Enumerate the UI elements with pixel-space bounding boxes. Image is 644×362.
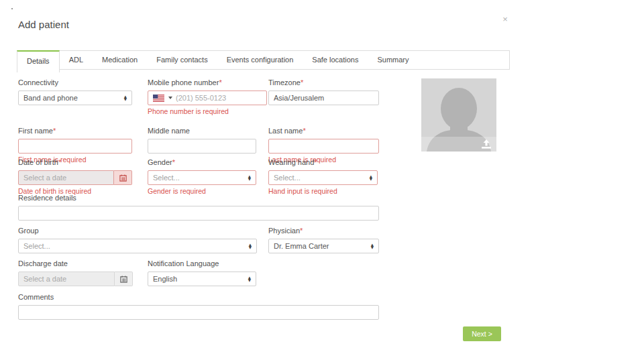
field-middle-name: Middle name <box>148 127 256 154</box>
first-name-input[interactable] <box>18 139 132 154</box>
tab-medication[interactable]: Medication <box>93 51 147 69</box>
stray-dot <box>11 8 13 9</box>
page-title: Add patient <box>18 19 69 30</box>
required-asterisk: * <box>172 158 175 166</box>
field-residence-details: Residence details <box>18 194 379 221</box>
flag-caret-icon[interactable] <box>168 97 172 99</box>
field-timezone: Timezone* <box>268 78 379 105</box>
mobile-phone-error: Phone number is required <box>148 108 267 115</box>
required-asterisk: * <box>301 78 303 86</box>
group-label: Group <box>18 227 39 235</box>
connectivity-select[interactable]: Band and phone ▲▼ <box>18 90 132 105</box>
field-connectivity: Connectivity Band and phone ▲▼ <box>18 78 132 105</box>
discharge-date-label: Discharge date <box>18 259 68 267</box>
select-arrows-icon: ▲▼ <box>370 175 372 181</box>
notification-language-value: English <box>153 275 177 283</box>
timezone-input[interactable] <box>268 90 379 105</box>
required-asterisk: * <box>58 158 61 166</box>
required-asterisk: * <box>314 158 317 166</box>
date-of-birth-calendar-button[interactable] <box>114 170 132 185</box>
field-physician: Physician* Dr. Emma Carter ▲▼ <box>268 227 379 253</box>
field-gender: Gender* Select... ▲▼ Gender is required <box>148 158 256 195</box>
field-wearing-hand: Wearing hand* Select... ▲▼ Hand input is… <box>268 158 378 195</box>
calendar-icon <box>120 276 127 283</box>
discharge-date-input[interactable] <box>18 272 115 286</box>
close-icon[interactable]: × <box>499 13 511 25</box>
required-asterisk: * <box>219 78 221 86</box>
date-of-birth-label: Date of birth <box>18 158 58 166</box>
tab-adl[interactable]: ADL <box>60 51 93 69</box>
connectivity-label: Connectivity <box>18 78 58 86</box>
wearing-hand-label: Wearing hand <box>268 158 314 166</box>
field-notification-language: Notification Language English ▲▼ <box>148 259 256 286</box>
tab-summary[interactable]: Summary <box>368 51 418 69</box>
select-arrows-icon: ▲▼ <box>124 95 127 101</box>
patient-photo-upload[interactable] <box>421 78 496 152</box>
calendar-icon <box>119 174 127 182</box>
last-name-input[interactable] <box>268 139 379 154</box>
group-value: Select... <box>23 242 50 250</box>
field-mobile-phone: Mobile phone number* Phone number is req… <box>148 78 267 115</box>
middle-name-label: Middle name <box>148 127 190 135</box>
mobile-phone-input[interactable] <box>176 92 262 104</box>
notification-language-select[interactable]: English ▲▼ <box>148 272 256 286</box>
last-name-label: Last name <box>268 127 303 135</box>
required-asterisk: * <box>300 227 303 235</box>
tab-details[interactable]: Details <box>17 50 60 72</box>
field-group: Group Select... ▲▼ <box>18 227 257 253</box>
upload-icon[interactable] <box>481 139 492 149</box>
middle-name-input[interactable] <box>148 139 256 154</box>
comments-input[interactable] <box>18 305 379 320</box>
date-of-birth-input-group <box>18 170 132 185</box>
add-patient-modal: Add patient × Details ADL Medication Fam… <box>0 0 644 362</box>
gender-value: Select... <box>153 174 180 182</box>
comments-label: Comments <box>18 293 54 301</box>
gender-select[interactable]: Select... ▲▼ <box>148 170 256 185</box>
residence-details-label: Residence details <box>18 194 76 202</box>
select-arrows-icon: ▲▼ <box>249 243 252 249</box>
wearing-hand-select[interactable]: Select... ▲▼ <box>268 170 378 185</box>
residence-details-input[interactable] <box>18 206 379 221</box>
physician-value: Dr. Emma Carter <box>274 242 329 250</box>
discharge-date-input-group <box>18 272 133 286</box>
select-arrows-icon: ▲▼ <box>371 243 374 249</box>
gender-label: Gender <box>148 158 172 166</box>
select-arrows-icon: ▲▼ <box>248 175 251 181</box>
notification-language-label: Notification Language <box>148 259 219 267</box>
tab-bar: Details ADL Medication Family contacts E… <box>17 50 510 70</box>
mobile-phone-input-group <box>148 90 267 105</box>
connectivity-value: Band and phone <box>23 94 78 102</box>
required-asterisk: * <box>303 127 305 135</box>
physician-select[interactable]: Dr. Emma Carter ▲▼ <box>268 239 379 253</box>
tab-safe-locations[interactable]: Safe locations <box>303 51 368 69</box>
wearing-hand-value: Select... <box>274 174 301 182</box>
first-name-label: First name <box>18 127 53 135</box>
group-select[interactable]: Select... ▲▼ <box>18 239 257 253</box>
physician-label: Physician <box>268 227 300 235</box>
field-date-of-birth: Date of birth* Date of birth is required <box>18 158 132 195</box>
date-of-birth-input[interactable] <box>18 170 114 185</box>
required-asterisk: * <box>53 127 56 135</box>
select-arrows-icon: ▲▼ <box>248 276 251 282</box>
timezone-label: Timezone <box>268 78 301 86</box>
field-comments: Comments <box>18 293 379 320</box>
tab-events-configuration[interactable]: Events configuration <box>217 51 303 69</box>
us-flag-icon[interactable] <box>153 95 164 102</box>
discharge-date-calendar-button[interactable] <box>115 272 133 286</box>
next-button[interactable]: Next > <box>463 326 501 341</box>
field-discharge-date: Discharge date <box>18 259 133 286</box>
mobile-phone-label: Mobile phone number <box>148 78 219 86</box>
tab-family-contacts[interactable]: Family contacts <box>147 51 217 69</box>
